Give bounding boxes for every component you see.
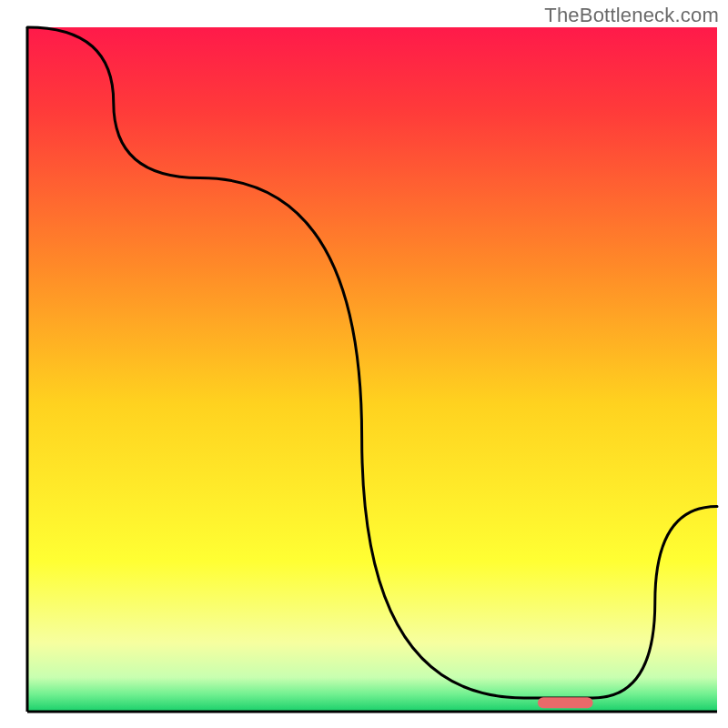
optimal-marker: [538, 697, 593, 708]
watermark-text: TheBottleneck.com: [544, 4, 719, 27]
bottleneck-chart: [0, 0, 728, 728]
plot-background: [27, 27, 717, 712]
chart-frame: TheBottleneck.com: [0, 0, 728, 728]
